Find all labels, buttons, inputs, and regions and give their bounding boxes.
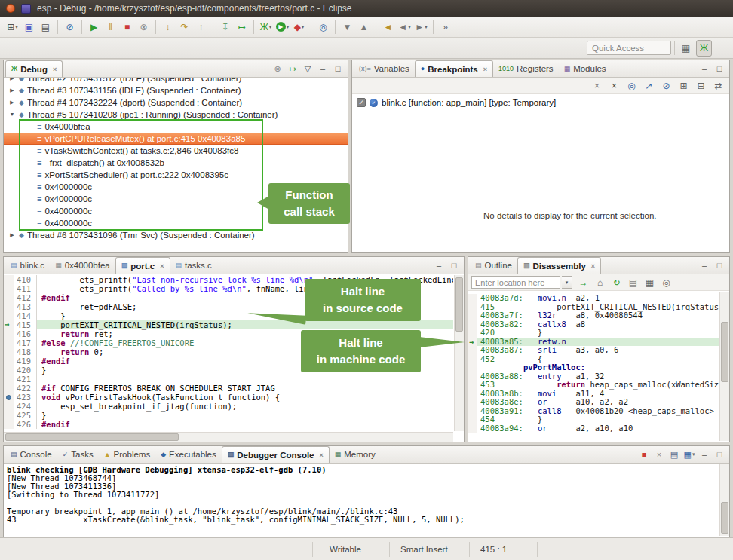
location-input[interactable]: Enter location here [471, 276, 560, 289]
tab-modules[interactable]: ▦Modules [559, 60, 612, 77]
tab-variables[interactable]: (x)=Variables [354, 60, 415, 77]
minimize-view-button[interactable]: – [698, 62, 711, 75]
resume-button[interactable]: ▶ [86, 19, 102, 35]
debug-stack-frame[interactable]: ≡xPortStartScheduler() at port.c:222 0x4… [4, 169, 348, 181]
search-button[interactable]: ◎ [315, 19, 331, 35]
skip-all-breakpoints-button[interactable]: ⊘ [62, 19, 78, 35]
open-new-view-button[interactable]: ▦ [642, 274, 658, 291]
instruction-stepping-toggle[interactable]: ↦ [286, 62, 299, 75]
maximize-view-button[interactable]: □ [713, 259, 726, 272]
debug-thread-row[interactable]: ▶◆Thread #6 1073431096 (Tmr Svc) (Suspen… [4, 229, 348, 241]
minimize-view-button[interactable]: – [432, 259, 446, 272]
step-over-button[interactable]: ↷ [176, 19, 192, 35]
link-with-debug-view-toggle[interactable]: ⇄ [710, 78, 726, 94]
toolbar-overflow-button[interactable]: » [437, 19, 453, 35]
close-tab-icon[interactable]: × [160, 262, 164, 270]
step-return-button[interactable]: ↑ [193, 19, 209, 35]
show-breakpoints-for-selection-toggle[interactable]: ◎ [624, 78, 639, 94]
debug-stack-frame-selected[interactable]: ≡vPortCPUReleaseMutex() at port.c:415 0x… [4, 133, 348, 145]
tab-executables[interactable]: ◆Executables [155, 446, 222, 463]
terminate-button[interactable]: ■ [637, 448, 651, 461]
terminate-button[interactable]: ■ [119, 19, 135, 35]
minimize-view-button[interactable]: – [698, 448, 711, 461]
maximize-view-button[interactable]: □ [331, 62, 345, 75]
tab-port-c[interactable]: ▤port.c× [115, 257, 170, 274]
clear-console-button[interactable]: ▤ [667, 448, 681, 461]
tab-debug[interactable]: ЖDebug× [5, 60, 63, 77]
debug-stack-frame[interactable]: ≡0x4000bfea [4, 121, 348, 133]
disconnect-button[interactable]: ⊗ [136, 19, 152, 35]
breakpoint-checkbox[interactable]: ✓ [357, 98, 366, 107]
collapsed-expander-icon[interactable]: ▶ [8, 229, 16, 241]
debug-thread-row[interactable]: ▼◆Thread #5 1073410208 (ipc1 : Running) … [4, 109, 348, 121]
editor-vertical-scrollbar[interactable] [454, 275, 464, 431]
tab-registers[interactable]: 1010Registers [493, 60, 559, 77]
close-tab-icon[interactable]: × [320, 451, 324, 459]
view-menu-button[interactable]: ▽ [301, 62, 314, 75]
tab-breakpoints[interactable]: ●Breakpoints× [415, 60, 493, 77]
open-perspective-button[interactable]: ▦ [678, 40, 694, 57]
tab-0x4000bfea[interactable]: ▦0x4000bfea [50, 257, 115, 274]
next-annotation-button[interactable]: ▼ [339, 19, 355, 35]
debug-thread-row[interactable]: ▶◆Thread #4 1073432224 (dport) (Suspende… [4, 96, 348, 109]
maximize-view-button[interactable]: □ [447, 259, 461, 272]
debug-thread-row[interactable]: ▶◆Thread #2 1073431512 (IDLE) (Suspended… [4, 78, 348, 84]
minimize-view-button[interactable]: – [316, 62, 330, 75]
window-close-button[interactable] [6, 4, 15, 13]
new-wizard-button[interactable]: ⊞▾ [5, 19, 20, 35]
debug-stack-frame[interactable]: ≡_frxt_dispatch() at 0x4008532b [4, 157, 348, 169]
remove-launch-button[interactable]: × [652, 448, 666, 461]
close-tab-icon[interactable]: × [591, 262, 595, 270]
skip-all-breakpoints-toggle[interactable]: ⊘ [658, 78, 674, 94]
tab-blink-c[interactable]: ▤blink.c [5, 257, 50, 274]
refresh-button[interactable]: ↻ [609, 274, 624, 291]
remove-breakpoint-button[interactable]: × [589, 78, 605, 94]
debug-button[interactable]: Ж▾ [258, 19, 274, 35]
previous-annotation-button[interactable]: ▲ [356, 19, 372, 35]
tab-debugger-console[interactable]: ▤Debugger Console× [222, 446, 330, 463]
instruction-stepping-button[interactable]: ↦ [234, 19, 250, 35]
locate-pc-button[interactable]: → [575, 274, 591, 291]
minimize-view-button[interactable]: – [698, 259, 711, 272]
console-vertical-scrollbar[interactable] [719, 464, 729, 536]
remove-all-breakpoints-button[interactable]: × [606, 78, 622, 94]
maximize-view-button[interactable]: □ [713, 448, 726, 461]
maximize-view-button[interactable]: □ [713, 62, 726, 75]
quick-access-input[interactable]: Quick Access [587, 41, 671, 55]
debug-thread-row[interactable]: ▶◆Thread #3 1073431156 (IDLE) (Suspended… [4, 84, 348, 96]
editor-horizontal-scrollbar[interactable] [4, 432, 453, 442]
collapsed-expander-icon[interactable]: ▶ [8, 84, 16, 96]
tab-disassembly[interactable]: ▥Disassembly× [517, 257, 601, 274]
tab-tasks-c[interactable]: ▤tasks.c [170, 257, 217, 274]
save-button[interactable]: ▣ [21, 19, 37, 35]
display-console-button[interactable]: ▦▾ [682, 448, 696, 461]
last-edit-location-button[interactable]: ◄ [380, 19, 396, 35]
tab-outline[interactable]: ▤Outline [470, 257, 517, 274]
debug-stack-frame[interactable]: ≡vTaskSwitchContext() at tasks.c:2,846 0… [4, 145, 348, 157]
disassembly-vertical-scrollbar[interactable] [719, 292, 729, 441]
drop-to-frame-button[interactable]: ↧ [217, 19, 233, 35]
location-dropdown-icon[interactable]: ▾ [562, 276, 572, 289]
disassembly-listing[interactable]: 40083a7d: movi.n a2, 1415 portEXIT_CRITI… [468, 291, 719, 442]
breakpoint-list-item[interactable]: ✓ ✓ blink.c [function: app_main] [type: … [357, 98, 556, 107]
collapsed-expander-icon[interactable]: ▶ [8, 78, 16, 84]
go-to-file-button[interactable]: ↗ [641, 78, 657, 94]
pin-view-button[interactable]: ◎ [658, 274, 674, 291]
console-output[interactable]: blink checking [GDB Hardware Debugging] … [7, 465, 719, 537]
collapse-all-button[interactable]: ⊟ [693, 78, 709, 94]
close-tab-icon[interactable]: × [483, 66, 487, 73]
home-button[interactable]: ⌂ [592, 274, 608, 291]
remove-all-terminated-button[interactable]: ⊗ [271, 62, 284, 75]
tab-problems[interactable]: ▲Problems [99, 446, 156, 463]
print-button[interactable]: ▤ [38, 19, 54, 35]
forward-button[interactable]: ►▾ [413, 19, 429, 35]
close-tab-icon[interactable]: × [53, 66, 57, 73]
debug-perspective-button[interactable]: Ж [696, 40, 712, 57]
expand-all-button[interactable]: ⊞ [676, 78, 692, 94]
run-button[interactable]: ▶▾ [274, 19, 290, 35]
collapsed-expander-icon[interactable]: ▶ [8, 96, 16, 109]
step-into-button[interactable]: ↓ [160, 19, 176, 35]
expanded-expander-icon[interactable]: ▼ [8, 109, 16, 121]
suspend-button[interactable]: ‖ [103, 19, 118, 35]
tab-tasks[interactable]: ✓Tasks [57, 446, 99, 463]
